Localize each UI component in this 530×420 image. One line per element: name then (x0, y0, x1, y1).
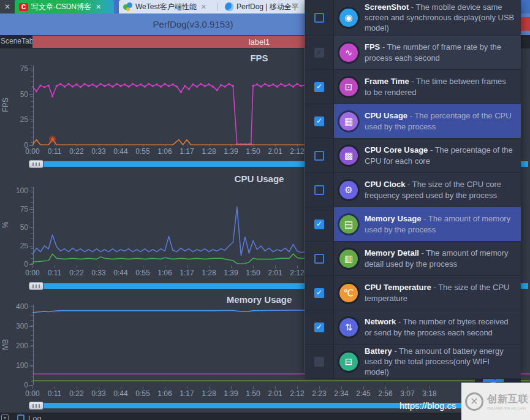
cpu-series-total (32, 207, 305, 255)
fps-series-fps (32, 84, 305, 144)
mem-scrollbar-handle[interactable] (29, 402, 44, 410)
metric-row-text: Memory Detail - The amount of memory det… (365, 248, 515, 269)
mem-x-tick: 1:50 (243, 389, 263, 398)
metric-row-frame-time[interactable]: ✓⊡Frame Time - The time between frames t… (305, 70, 521, 104)
memory-usage-checkbox[interactable]: ✓ (314, 220, 324, 229)
metric-row-content: ∿FPS - The number of frame rate by the p… (334, 36, 521, 69)
metric-row-text: FPS - The number of frame rate by the pr… (365, 42, 515, 63)
metric-row-cpu-clock[interactable]: ⚙CPU Clock - The size of the CPU core fr… (305, 173, 521, 207)
mem-x-tick-mark (297, 386, 298, 389)
collapse-corner-icon[interactable]: ▾ (1, 414, 9, 420)
cpu-scrollbar-handle[interactable] (29, 282, 44, 290)
metric-row-text: Frame Time - The time between frames to … (365, 76, 515, 97)
fps-marker (264, 83, 266, 85)
cpu-x-tick: 0:55 (132, 269, 153, 277)
fps-marker (164, 83, 165, 85)
tab-wetest[interactable]: WeTest客户端性能 ✕ (119, 0, 216, 13)
metric-row-screenshot[interactable]: ◉ScreenShot - The mobile device same scr… (305, 0, 521, 36)
fps-marker (196, 86, 198, 88)
fps-checkbox: ✓ (314, 48, 324, 58)
memory-detail-checkbox[interactable] (314, 254, 324, 264)
metric-row-cpu-temperature[interactable]: ✓℃CPU Temperature - The size of the CPU … (305, 276, 521, 310)
screenshot-checkbox[interactable] (314, 13, 324, 23)
metric-row-fps[interactable]: ✓∿FPS - The number of frame rate by the … (305, 36, 521, 70)
cpu-core-icon: ▩ (339, 147, 358, 165)
metric-row-memory-detail[interactable]: ▥Memory Detail - The amount of memory de… (305, 242, 521, 276)
tab-csdn[interactable]: C 写文章-CSDN博客 ✕ (15, 0, 114, 13)
network-checkbox[interactable]: ✓ (314, 323, 324, 332)
fps-marker (140, 83, 142, 85)
metrics-dropdown-panel: ◉ScreenShot - The mobile device same scr… (305, 0, 521, 372)
app-window: ✕ C 写文章-CSDN博客 ✕ WeTest客户端性能 ✕ PerfDog |… (0, 0, 530, 420)
tab-separator (218, 2, 218, 11)
metric-name: CPU Usage (365, 111, 407, 120)
metric-row-network[interactable]: ✓⇅Network - The number of bytes received… (305, 310, 521, 345)
fps-x-tick: 2:01 (265, 147, 286, 156)
mem-x-tick-mark (385, 386, 386, 389)
fps-y-tick: 25 (7, 115, 28, 124)
metric-desc: - The number of frame rate by the proces… (365, 42, 501, 62)
fps-y-tick: 75 (7, 64, 28, 73)
network-arrows-icon-glyph: ⇅ (345, 322, 353, 333)
camera-icon-glyph: ◉ (344, 12, 352, 23)
cpu-x-tick-mark (121, 265, 121, 268)
battery-icon: ⊟ (339, 353, 358, 371)
metric-row-memory-usage[interactable]: ✓▤Memory Usage - The amount of memory us… (305, 207, 521, 242)
close-icon[interactable]: ✕ (201, 3, 206, 11)
watermark-subtitle: CHUANG XIN HU LIAN (487, 407, 529, 410)
fps-marker (284, 85, 286, 87)
cpu-x-tick: 0:44 (110, 269, 131, 277)
fps-x-tick: 0:33 (88, 147, 109, 156)
fps-marker (75, 83, 77, 85)
metric-row-content: ⇅Network - The number of bytes received … (334, 310, 521, 344)
metric-row-cpu-core-usage[interactable]: ▩CPU Core Usage - The percentage of the … (305, 139, 521, 173)
battery-checkbox (314, 357, 324, 367)
fps-marker (72, 86, 74, 88)
cpu-usage-checkbox[interactable]: ✓ (314, 116, 324, 126)
fps-scrollbar-handle[interactable] (29, 160, 44, 168)
scene-tab-label: SceneTab (1, 37, 33, 45)
fps-marker (292, 86, 294, 88)
mem-x-tick: 0:55 (132, 389, 153, 398)
fps-marker (59, 83, 61, 85)
mem-x-tick: 2:23 (309, 389, 330, 398)
metric-row-content: ▦CPU Usage - The percentage of the CPU u… (334, 104, 521, 138)
cpu-x-tick: 2:01 (265, 269, 286, 277)
previous-tab-close-button[interactable]: ✕ (0, 0, 15, 13)
checkbox-cell (305, 173, 334, 207)
cpu-x-tick-mark (99, 265, 99, 268)
fps-x-tick: 0:55 (132, 147, 153, 156)
cpu-y-tick: 25 (7, 242, 28, 250)
cpu-y-tick-mark (29, 264, 33, 265)
fps-marker (39, 85, 41, 86)
close-icon[interactable]: ✕ (96, 3, 101, 11)
camera-icon: ◉ (339, 9, 358, 27)
log-label: Log (28, 414, 42, 420)
fps-marker (208, 83, 210, 85)
cpu-temperature-checkbox[interactable]: ✓ (314, 288, 324, 298)
window-edge-fragment (521, 17, 530, 31)
metric-row-cpu-usage[interactable]: ✓▦CPU Usage - The percentage of the CPU … (305, 104, 521, 139)
wetest-icon (123, 2, 132, 11)
fps-marker (100, 83, 102, 85)
cpu-x-tick: 1:50 (243, 269, 263, 277)
metric-name: ScreenShot (365, 2, 409, 12)
fps-marker (67, 83, 69, 85)
cpu-x-tick-mark (143, 265, 143, 268)
metric-row-content: ▤Memory Usage - The amount of memory use… (334, 207, 521, 241)
cpu-y-tick: 75 (7, 205, 28, 213)
fps-marker (116, 83, 118, 85)
mem-x-tick: 2:56 (375, 389, 396, 398)
fps-marker (296, 83, 298, 85)
mem-x-tick: 1:06 (154, 389, 175, 398)
fps-marker (220, 84, 222, 86)
fps-x-tick: 1:39 (221, 147, 241, 156)
mem-x-tick: 2:34 (331, 389, 352, 398)
cpu-clock-checkbox[interactable] (314, 185, 324, 195)
log-checkbox[interactable] (17, 414, 25, 420)
frame-time-checkbox[interactable]: ✓ (314, 82, 324, 92)
fps-marker (232, 85, 234, 87)
watermark-badge: ✕ 创新互联 CHUANG XIN HU LIAN (461, 383, 530, 420)
fps-x-tick: 0:00 (22, 147, 43, 156)
cpu-core-usage-checkbox[interactable] (314, 151, 324, 161)
